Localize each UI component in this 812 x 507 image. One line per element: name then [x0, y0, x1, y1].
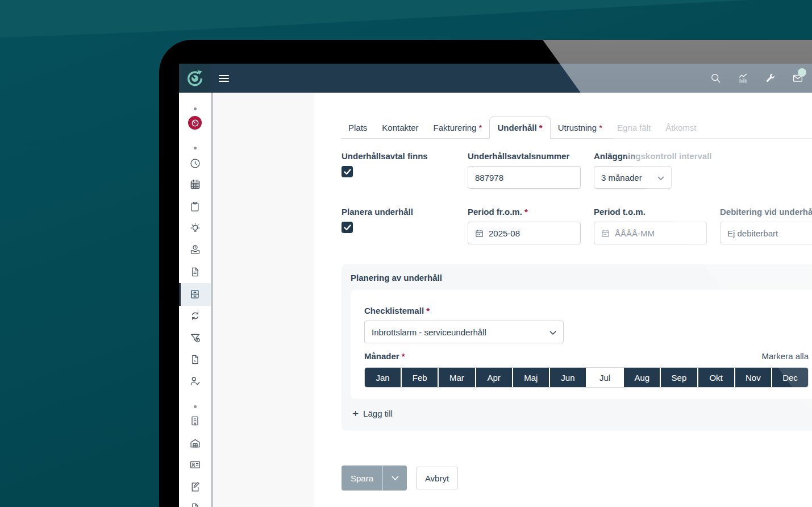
- notification-dot: [798, 68, 806, 77]
- anlaggningskontroll-label: Anläggningskontroll intervall: [594, 151, 707, 161]
- planering-card: › Checklistemall * Inbrottslarm - servic…: [351, 290, 812, 399]
- app-logo[interactable]: [179, 64, 210, 93]
- calendar-icon[interactable]: [179, 178, 211, 190]
- month-button-aug[interactable]: Aug: [624, 368, 660, 387]
- underhallsavtal-finns-label: Underhållsavtal finns: [342, 151, 455, 161]
- month-button-apr[interactable]: Apr: [476, 368, 512, 387]
- underhallsavtal-finns-checkbox[interactable]: [342, 166, 353, 177]
- clipboard-icon[interactable]: [179, 201, 211, 213]
- top-bar: [179, 64, 812, 93]
- form-row-2: Planera underhåll Period fr.o.m. * 2025-…: [342, 207, 812, 244]
- chevron-down-icon: [657, 173, 664, 182]
- tab-kontakter[interactable]: Kontakter: [374, 117, 426, 138]
- building-icon[interactable]: [179, 415, 211, 427]
- save-button[interactable]: Spara: [342, 466, 382, 491]
- save-split-button: Spara: [342, 466, 407, 491]
- tab-underhåll[interactable]: Underhåll *: [489, 117, 550, 139]
- month-button-maj[interactable]: Maj: [513, 368, 549, 387]
- sidebar: s: [179, 93, 211, 507]
- period-from-label: Period fr.o.m. *: [468, 207, 581, 217]
- month-button-okt[interactable]: Okt: [698, 368, 734, 387]
- svg-text:s: s: [194, 359, 196, 363]
- anlaggningskontroll-select[interactable]: 3 månader: [594, 166, 672, 189]
- tab-egna-fält[interactable]: Egna fält: [610, 117, 658, 138]
- lagg-till-button[interactable]: + Lägg till: [352, 408, 393, 419]
- cancel-button[interactable]: Avbryt: [416, 467, 458, 489]
- save-dropdown-button[interactable]: [382, 466, 407, 491]
- chevron-down-icon: [549, 327, 556, 337]
- calendar-small-icon: [475, 229, 484, 238]
- contact-card-icon[interactable]: [179, 459, 211, 471]
- debitering-input[interactable]: Ej debiterbart: [720, 222, 812, 244]
- underhallsavtalsnummer-input[interactable]: 887978: [468, 166, 581, 189]
- app-screen: s Plats: [179, 64, 812, 507]
- hamburger-menu-icon[interactable]: [219, 75, 229, 82]
- checklistemall-select[interactable]: Inbrottslarm - serviceunderhåll: [364, 321, 564, 343]
- lightbulb-idea-icon[interactable]: [179, 222, 211, 234]
- main-content: PlatsKontakterFakturering *Underhåll *Ut…: [314, 93, 812, 507]
- document-partial-icon[interactable]: [179, 502, 211, 507]
- period-tom-input[interactable]: ÅÅÅÅ-MM: [594, 222, 707, 244]
- tab-fakturering[interactable]: Fakturering *: [426, 117, 490, 138]
- inbox-payment-icon[interactable]: [179, 244, 211, 256]
- period-tom-placeholder: ÅÅÅÅ-MM: [615, 228, 655, 238]
- wrench-icon[interactable]: [765, 73, 776, 84]
- month-selector: JanFebMarAprMajJunJulAugSepOktNovDec: [364, 367, 809, 388]
- planera-underhall-label: Planera underhåll: [342, 207, 455, 217]
- period-tom-label: Period t.o.m.: [594, 207, 707, 217]
- tab-plats[interactable]: Plats: [341, 117, 374, 138]
- month-button-jan[interactable]: Jan: [365, 368, 401, 387]
- left-empty-panel: [213, 93, 314, 507]
- dot-separator-icon: [179, 405, 211, 408]
- cabinet-facilities-icon[interactable]: [179, 288, 211, 300]
- month-button-dec[interactable]: Dec: [772, 368, 808, 387]
- panel-title: Planering av underhåll: [342, 264, 812, 282]
- warehouse-icon[interactable]: [179, 437, 211, 449]
- filter-payment-icon[interactable]: [179, 332, 211, 344]
- month-button-sep[interactable]: Sep: [661, 368, 697, 387]
- planera-underhall-checkbox[interactable]: [342, 222, 353, 233]
- underhallsavtalsnummer-label: Underhållsavtalsnummer: [468, 151, 581, 161]
- checklistemall-label: Checklistemall *: [364, 306, 812, 315]
- circular-arrow-logo-icon: [186, 69, 204, 88]
- month-button-nov[interactable]: Nov: [735, 368, 771, 387]
- chevron-down-icon: [392, 476, 399, 481]
- month-button-feb[interactable]: Feb: [402, 368, 438, 387]
- form-row-1: Underhållsavtal finns Underhållsavtalsnu…: [342, 151, 707, 189]
- document-edit-icon[interactable]: [179, 481, 211, 493]
- month-button-mar[interactable]: Mar: [439, 368, 474, 387]
- search-icon[interactable]: [710, 73, 721, 84]
- sync-arrows-icon[interactable]: [179, 310, 211, 322]
- markera-alla-link[interactable]: Markera alla: [761, 351, 809, 361]
- dot-separator-icon: [179, 147, 211, 149]
- action-buttons: Spara Avbryt: [342, 466, 458, 491]
- dot-separator-icon: [179, 107, 211, 110]
- period-from-input[interactable]: 2025-08: [468, 222, 581, 244]
- tab-bar: PlatsKontakterFakturering *Underhåll *Ut…: [341, 114, 812, 139]
- document-s-icon[interactable]: s: [179, 354, 211, 365]
- debitering-label: Debitering vid underhåll: [720, 207, 812, 217]
- month-button-jul[interactable]: Jul: [587, 368, 623, 387]
- dashboard-gauge-icon[interactable]: [179, 116, 211, 130]
- planering-panel: Planering av underhåll › Checklistemall …: [342, 264, 812, 431]
- tab-åtkomst[interactable]: Åtkomst: [658, 117, 703, 138]
- clock-icon[interactable]: [179, 157, 211, 169]
- month-button-jun[interactable]: Jun: [550, 368, 586, 387]
- statistics-icon[interactable]: [738, 73, 748, 84]
- plus-icon: +: [352, 408, 359, 419]
- tab-utrustning[interactable]: Utrustning *: [551, 117, 610, 138]
- document-icon[interactable]: [179, 266, 211, 278]
- calendar-small-icon: [601, 229, 610, 238]
- manader-label: Månader *: [364, 351, 405, 361]
- mail-icon[interactable]: [792, 73, 803, 84]
- person-check-icon[interactable]: [179, 375, 211, 387]
